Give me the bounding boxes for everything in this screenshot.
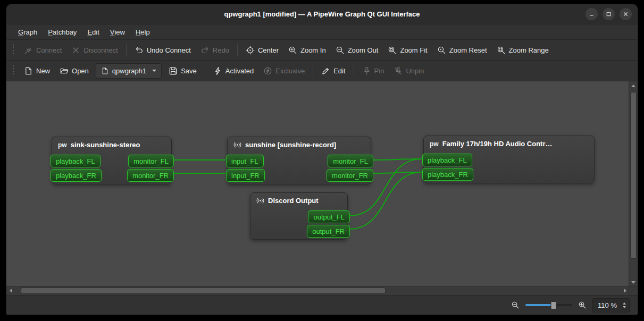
menu-graph[interactable]: Graph: [13, 24, 43, 39]
menu-edit[interactable]: Edit: [82, 24, 104, 39]
zoom-slider-track[interactable]: [525, 304, 572, 306]
zoom-spinbox[interactable]: 110 %: [592, 298, 630, 312]
toolbar-button-label: Connect: [36, 46, 62, 54]
port-playback-fr[interactable]: playback_FR: [422, 168, 473, 181]
zoom-out-icon[interactable]: [511, 301, 520, 309]
port-input-fl[interactable]: input_FL: [226, 155, 264, 167]
node-title: sunshine [sunshine-record]: [228, 137, 371, 149]
toolbar-button-label: Center: [258, 46, 279, 54]
canvas-area: pwsink-sunshine-stereoplayback_FLplaybac…: [6, 81, 638, 295]
edit-button[interactable]: Edit: [316, 64, 350, 78]
toolbar-button-label: Open: [72, 67, 89, 75]
pin-icon: [362, 66, 371, 75]
toolbar-button-label: Unpin: [406, 67, 424, 75]
node-title: Discord Output: [250, 193, 347, 205]
zoom-in-icon[interactable]: [578, 301, 587, 309]
activated-button[interactable]: Activated: [208, 64, 258, 78]
zoom-out-button[interactable]: Zoom Out: [331, 43, 383, 57]
graph-node-discord[interactable]: Discord Outputoutput_FLoutput_FR: [250, 192, 348, 240]
port-output-fr[interactable]: output_FR: [307, 225, 350, 238]
port-playback-fl[interactable]: playback_FL: [51, 155, 101, 167]
horizontal-scroll-thumb[interactable]: [21, 288, 385, 294]
menu-help[interactable]: Help: [130, 24, 155, 39]
unpin-icon: [394, 66, 403, 75]
pin-button[interactable]: Pin: [357, 64, 389, 78]
titlebar[interactable]: qpwgraph1 [modified] — A PipeWire Graph …: [6, 4, 638, 24]
toolbar-button-label: Pin: [374, 67, 384, 75]
horizontal-scroll-track[interactable]: [15, 286, 621, 295]
disconnect-icon: [71, 46, 80, 55]
exclusive-icon: [263, 66, 272, 75]
maximize-button[interactable]: [603, 8, 615, 20]
connect-button[interactable]: Connect: [19, 43, 66, 57]
toolbar-drag-handle[interactable]: [12, 65, 14, 76]
connect-icon: [24, 46, 33, 55]
toolbar-button-label: Zoom Range: [509, 46, 549, 54]
graph-node-sink[interactable]: pwsink-sunshine-stereoplayback_FLplaybac…: [52, 137, 172, 184]
toolbar-button-label: Disconnect: [83, 46, 118, 54]
scroll-right-button[interactable]: [621, 286, 629, 295]
port-playback-fr[interactable]: playback_FR: [51, 169, 102, 182]
open-button[interactable]: Open: [55, 64, 94, 78]
vertical-scrollbar[interactable]: [629, 81, 638, 286]
zoom-value: 110 %: [598, 301, 617, 309]
zoom-slider-handle[interactable]: [550, 301, 556, 309]
center-button[interactable]: Center: [241, 43, 283, 57]
arrow-left-icon: [10, 289, 12, 293]
arrow-up-icon: [631, 85, 635, 87]
spin-down-button[interactable]: [623, 306, 626, 308]
patchbay-profile-value: qpwgraph1: [112, 67, 146, 75]
port-monitor-fr[interactable]: monitor_FR: [327, 169, 373, 182]
scroll-down-button[interactable]: [629, 278, 638, 286]
graph-node-sunshine[interactable]: sunshine [sunshine-record]input_FLinput_…: [227, 137, 371, 184]
port-monitor-fl[interactable]: monitor_FL: [328, 155, 373, 167]
zoom-spin-buttons: [621, 302, 628, 308]
scroll-up-button[interactable]: [629, 81, 638, 90]
redo-button[interactable]: Redo: [196, 43, 234, 57]
qpwgraph-window: qpwgraph1 [modified] — A PipeWire Graph …: [6, 4, 638, 315]
horizontal-scrollbar[interactable]: [6, 286, 629, 295]
menu-view[interactable]: View: [105, 24, 130, 39]
patchbay-profile-combobox[interactable]: qpwgraph1: [96, 63, 162, 79]
zoom-in-icon: [288, 46, 297, 55]
spin-up-button[interactable]: [623, 302, 626, 305]
zoom-slider[interactable]: [525, 301, 572, 309]
center-icon: [246, 46, 255, 55]
minimize-button[interactable]: [586, 8, 598, 20]
graph-canvas[interactable]: pwsink-sunshine-stereoplayback_FLplaybac…: [6, 81, 629, 286]
port-playback-fl[interactable]: playback_FL: [422, 154, 472, 166]
zoom-range-button[interactable]: Zoom Range: [492, 43, 554, 57]
port-output-fl[interactable]: output_FL: [308, 210, 350, 223]
graph-node-family[interactable]: pwFamily 17h/19h HD Audio Contr…playback…: [423, 136, 595, 183]
save-button[interactable]: Save: [164, 64, 202, 78]
toolbar-button-label: Exclusive: [275, 67, 305, 75]
zoom-range-icon: [497, 46, 506, 55]
zoom-reset-button[interactable]: Zoom Reset: [432, 43, 492, 57]
vertical-scroll-thumb[interactable]: [630, 92, 637, 259]
disconnect-button[interactable]: Disconnect: [66, 43, 122, 57]
close-button[interactable]: [620, 8, 632, 20]
zoom-in-button[interactable]: Zoom In: [283, 43, 331, 57]
node-title-text: Family 17h/19h HD Audio Contr…: [442, 140, 553, 148]
zoom-fit-button[interactable]: Zoom Fit: [383, 43, 432, 57]
edit-icon: [321, 66, 330, 75]
window-controls: [586, 8, 632, 20]
scrollbar-corner: [629, 286, 638, 295]
unpin-button[interactable]: Unpin: [389, 64, 429, 78]
port-monitor-fl[interactable]: monitor_FL: [128, 155, 174, 167]
port-input-fr[interactable]: input_FR: [226, 169, 265, 182]
toolbar-button-label: Activated: [225, 67, 254, 75]
vertical-scroll-track[interactable]: [629, 90, 638, 278]
toolbar-button-label: Save: [181, 67, 197, 75]
toolbar-drag-handle[interactable]: [12, 45, 14, 55]
exclusive-button[interactable]: Exclusive: [258, 64, 310, 78]
port-monitor-fr[interactable]: monitor_FR: [127, 169, 174, 182]
zoom-out-icon: [336, 46, 345, 55]
menu-patchbay[interactable]: Patchbay: [43, 24, 82, 39]
node-title: pwFamily 17h/19h HD Audio Contr…: [424, 136, 594, 148]
toolbar-button-label: Zoom Out: [348, 46, 379, 54]
undo-connect-button[interactable]: Undo Connect: [130, 43, 196, 57]
scroll-left-button[interactable]: [6, 286, 15, 295]
toolbar-separator: [354, 65, 354, 77]
new-button[interactable]: New: [19, 64, 55, 78]
